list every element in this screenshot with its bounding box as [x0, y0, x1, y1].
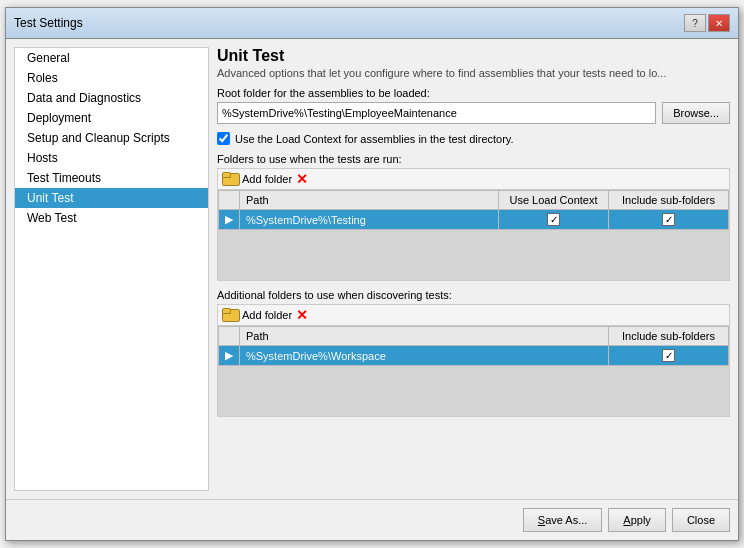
dialog-footer: Save As... Apply Close: [6, 499, 738, 540]
add-additional-folder-label[interactable]: Add folder: [242, 309, 292, 321]
section-header: Unit Test Advanced options that let you …: [217, 47, 730, 79]
help-button[interactable]: ?: [684, 14, 706, 32]
dialog-body: General Roles Data and Diagnostics Deplo…: [6, 39, 738, 499]
col-arrow-header: [219, 191, 240, 210]
folders-table-wrapper: Path Use Load Context Include sub-folder…: [217, 189, 730, 281]
folders-section: Folders to use when the tests are run: A…: [217, 153, 730, 281]
folders-section-label: Folders to use when the tests are run:: [217, 153, 730, 165]
root-folder-label: Root folder for the assemblies to be loa…: [217, 87, 730, 99]
col-include-sub-header2: Include sub-folders: [609, 327, 729, 346]
col-use-load-context-header: Use Load Context: [499, 191, 609, 210]
row-include-sub2: [609, 346, 729, 366]
sidebar-item-web-test[interactable]: Web Test: [15, 208, 208, 228]
folders-table: Path Use Load Context Include sub-folder…: [218, 190, 729, 230]
section-description: Advanced options that let you configure …: [217, 67, 730, 79]
delete-folder-button[interactable]: ✕: [296, 172, 308, 186]
sidebar-item-roles[interactable]: Roles: [15, 68, 208, 88]
sidebar-item-data-diagnostics[interactable]: Data and Diagnostics: [15, 88, 208, 108]
root-folder-section: Root folder for the assemblies to be loa…: [217, 87, 730, 124]
root-folder-input-row: Browse...: [217, 102, 730, 124]
load-context-checkbox-row: Use the Load Context for assemblies in t…: [217, 132, 730, 145]
sidebar-item-deployment[interactable]: Deployment: [15, 108, 208, 128]
col-path-header: Path: [240, 191, 499, 210]
row-path: %SystemDrive%\Testing: [240, 210, 499, 230]
close-button[interactable]: Close: [672, 508, 730, 532]
load-context-checkbox[interactable]: [217, 132, 230, 145]
dialog-title: Test Settings: [14, 16, 83, 30]
sidebar-item-test-timeouts[interactable]: Test Timeouts: [15, 168, 208, 188]
test-settings-dialog: Test Settings ? ✕ General Roles Data and…: [5, 7, 739, 541]
col-arrow-header2: [219, 327, 240, 346]
include-sub-checkbox2[interactable]: [662, 349, 675, 362]
save-as-label: Save As...: [538, 514, 588, 526]
folders-table-container: Path Use Load Context Include sub-folder…: [218, 190, 729, 280]
row-use-load-context: [499, 210, 609, 230]
row-include-sub: [609, 210, 729, 230]
additional-folders-label: Additional folders to use when discoveri…: [217, 289, 730, 301]
browse-button[interactable]: Browse...: [662, 102, 730, 124]
additional-folders-table: Path Include sub-folders ▶ %SystemDrive%…: [218, 326, 729, 366]
root-folder-input[interactable]: [217, 102, 656, 124]
save-as-button[interactable]: Save As...: [523, 508, 603, 532]
additional-folders-toolbar: Add folder ✕: [217, 304, 730, 325]
additional-folders-table-container: Path Include sub-folders ▶ %SystemDrive%…: [218, 326, 729, 416]
table-row: ▶ %SystemDrive%\Workspace: [219, 346, 729, 366]
load-context-label: Use the Load Context for assemblies in t…: [235, 133, 514, 145]
additional-folders-table-wrapper: Path Include sub-folders ▶ %SystemDrive%…: [217, 325, 730, 417]
use-load-context-checkbox[interactable]: [547, 213, 560, 226]
row-path2: %SystemDrive%\Workspace: [240, 346, 609, 366]
section-title: Unit Test: [217, 47, 730, 65]
sidebar: General Roles Data and Diagnostics Deplo…: [14, 47, 209, 491]
include-sub-checkbox[interactable]: [662, 213, 675, 226]
sidebar-item-unit-test[interactable]: Unit Test: [15, 188, 208, 208]
col-include-sub-header: Include sub-folders: [609, 191, 729, 210]
table-row: ▶ %SystemDrive%\Testing: [219, 210, 729, 230]
additional-folders-section: Additional folders to use when discoveri…: [217, 289, 730, 417]
close-title-button[interactable]: ✕: [708, 14, 730, 32]
close-label: Close: [687, 514, 715, 526]
apply-button[interactable]: Apply: [608, 508, 666, 532]
add-folder-icon: [222, 172, 238, 186]
title-bar-buttons: ? ✕: [684, 14, 730, 32]
col-path-header2: Path: [240, 327, 609, 346]
main-content: Unit Test Advanced options that let you …: [217, 47, 730, 491]
folders-toolbar: Add folder ✕: [217, 168, 730, 189]
add-additional-folder-icon: [222, 308, 238, 322]
title-bar: Test Settings ? ✕: [6, 8, 738, 39]
row-arrow: ▶: [219, 210, 240, 230]
sidebar-item-setup-cleanup[interactable]: Setup and Cleanup Scripts: [15, 128, 208, 148]
delete-additional-folder-button[interactable]: ✕: [296, 308, 308, 322]
apply-label: Apply: [623, 514, 651, 526]
sidebar-item-general[interactable]: General: [15, 48, 208, 68]
add-folder-label[interactable]: Add folder: [242, 173, 292, 185]
row-arrow2: ▶: [219, 346, 240, 366]
sidebar-item-hosts[interactable]: Hosts: [15, 148, 208, 168]
